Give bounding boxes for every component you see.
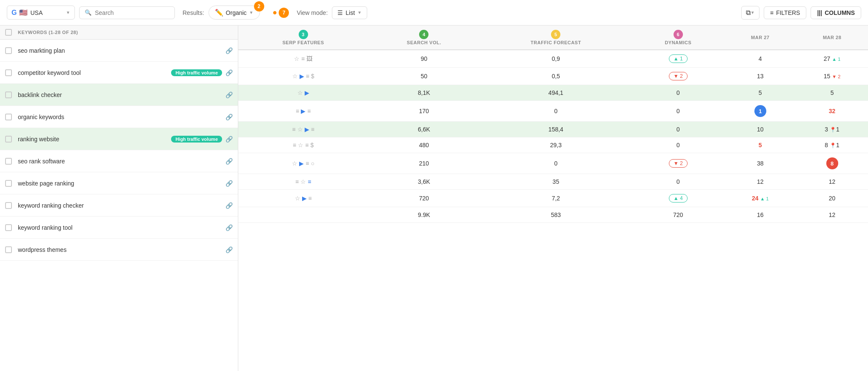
- traffic-tag: High traffic volume: [171, 69, 222, 76]
- keyword-row[interactable]: keyword ranking checker 🔗: [0, 194, 238, 217]
- main-container: KEYWORDS (1-28 OF 28) seo markting plan …: [0, 26, 868, 371]
- mar27-cell: 16: [724, 207, 796, 223]
- mar28-value: 27: [824, 55, 831, 62]
- link-icon[interactable]: 🔗: [226, 246, 233, 253]
- mar27-value: 12: [757, 178, 764, 185]
- copy-button[interactable]: ⧉ ▼: [741, 6, 760, 20]
- keyword-row[interactable]: website page ranking 🔗: [0, 172, 238, 194]
- list-icon: ≡: [292, 126, 295, 133]
- link-icon[interactable]: 🔗: [226, 136, 233, 143]
- filters-label: FILTERS: [776, 9, 800, 16]
- link-icon[interactable]: 🔗: [226, 69, 233, 76]
- row-checkbox[interactable]: [5, 69, 18, 76]
- search-box[interactable]: 🔍: [79, 6, 175, 19]
- row-checkbox[interactable]: [5, 246, 18, 253]
- data-table: 3 SERP FEATURES 4 SEARCH VOL. 5 TR: [238, 26, 868, 223]
- table-row: 9.9K 583 720 16 12: [238, 207, 868, 223]
- dynamics-value: 720: [673, 211, 683, 218]
- mar27-value: 13: [757, 73, 764, 80]
- search-vol-cell: 3,6K: [368, 174, 480, 190]
- link-icon[interactable]: 🔗: [226, 91, 233, 98]
- keyword-text: seo markting plan: [18, 47, 222, 54]
- serp-cell: ☆▶: [238, 85, 368, 101]
- keywords-header: KEYWORDS (1-28 OF 28): [0, 26, 238, 40]
- organic-button[interactable]: ✏️ Organic ▼: [208, 6, 260, 20]
- link-icon[interactable]: 🔗: [226, 47, 233, 54]
- row-checkbox[interactable]: [5, 47, 18, 54]
- dynamics-value: 0: [677, 178, 680, 185]
- serp-cell: ☆▶≡$: [238, 68, 368, 85]
- link-icon[interactable]: 🔗: [226, 202, 233, 209]
- keywords-header-label: KEYWORDS (1-28 OF 28): [18, 30, 78, 35]
- serp-cell: ≡▶≡: [238, 101, 368, 122]
- dynamics-up-badge: ▲ 4: [669, 194, 688, 203]
- keyword-row[interactable]: ranking website High traffic volume 🔗: [0, 128, 238, 150]
- checkbox[interactable]: [5, 246, 12, 253]
- mar28-change: ▼ 2: [832, 74, 840, 79]
- link-icon[interactable]: 🔗: [226, 114, 233, 120]
- th-dynamics: 6 DYNAMICS: [632, 26, 724, 50]
- link-icon[interactable]: 🔗: [226, 180, 233, 187]
- row-checkbox[interactable]: [5, 180, 18, 187]
- checkbox[interactable]: [5, 158, 12, 165]
- mar27-value: 5: [759, 142, 762, 148]
- mar28-value: 32: [829, 108, 836, 114]
- th-traffic-forecast: 5 TRAFFIC FORECAST: [480, 26, 632, 50]
- select-all-checkbox[interactable]: [5, 29, 18, 36]
- row-checkbox[interactable]: [5, 136, 18, 143]
- row-checkbox[interactable]: [5, 224, 18, 231]
- list-button[interactable]: ☰ List ▼: [332, 6, 367, 19]
- keyword-row[interactable]: seo rank software 🔗: [0, 150, 238, 172]
- checkbox[interactable]: [5, 47, 12, 54]
- traffic-forecast-cell: 0: [480, 101, 632, 122]
- mar28-cell: 12: [796, 207, 868, 223]
- copy-chevron-icon: ▼: [751, 10, 755, 15]
- mar27-cell: 5: [724, 137, 796, 153]
- traffic-forecast-cell: 583: [480, 207, 632, 223]
- table-row: ☆▶ 8,1K 494,1 0 5 5: [238, 85, 868, 101]
- th-mar27: MAR 27: [724, 26, 796, 50]
- row-checkbox[interactable]: [5, 91, 18, 98]
- table-row: ☆▶≡ 720 7,2 ▲ 4 24 ▲ 1 20: [238, 190, 868, 207]
- traffic-forecast-cell: 0,5: [480, 68, 632, 85]
- dot-icon: ●: [273, 8, 277, 17]
- star-icon: ☆: [297, 126, 303, 133]
- keyword-row[interactable]: seo markting plan 🔗: [0, 40, 238, 62]
- keyword-text: competitor keyword tool: [18, 69, 168, 76]
- keyword-row[interactable]: wordpress themes 🔗: [0, 239, 238, 261]
- image-icon: 🖼: [306, 55, 312, 62]
- mar27-value: 5: [759, 89, 762, 96]
- checkbox[interactable]: [5, 91, 12, 98]
- dynamics-cell: ▲ 1: [632, 50, 724, 68]
- organic-chevron-icon: ▼: [249, 10, 254, 15]
- keyword-row[interactable]: keyword ranking tool 🔗: [0, 217, 238, 239]
- traffic-forecast-cell: 158,4: [480, 122, 632, 137]
- search-input[interactable]: [95, 9, 169, 16]
- link-icon[interactable]: 🔗: [226, 224, 233, 231]
- pin-icon: 📍: [830, 143, 836, 148]
- keyword-row[interactable]: organic keywords 🔗: [0, 106, 238, 128]
- row-checkbox[interactable]: [5, 158, 18, 165]
- list-blue-icon: ≡: [308, 178, 311, 185]
- mar28-cell: 12: [796, 174, 868, 190]
- dynamics-up-badge: ▲ 1: [669, 54, 688, 63]
- filters-button[interactable]: ≡ FILTERS: [764, 6, 807, 19]
- columns-button[interactable]: ||| COLUMNS: [811, 6, 861, 19]
- table-row: ☆▶≡○ 210 0 ▼ 2 38 8: [238, 153, 868, 174]
- checkbox[interactable]: [5, 69, 12, 76]
- search-vol-cell: 6,6K: [368, 122, 480, 137]
- keyword-row[interactable]: backlink checker 🔗: [0, 84, 238, 106]
- checkbox[interactable]: [5, 224, 12, 231]
- country-selector[interactable]: G 🇺🇸 USA ▼: [7, 6, 75, 20]
- link-icon[interactable]: 🔗: [226, 158, 233, 165]
- mar28-value: 20: [829, 195, 836, 202]
- mar28-cell: 5: [796, 85, 868, 101]
- star-icon: ☆: [292, 160, 297, 167]
- row-checkbox[interactable]: [5, 114, 18, 120]
- checkbox[interactable]: [5, 180, 12, 187]
- checkbox[interactable]: [5, 202, 12, 209]
- checkbox[interactable]: [5, 136, 12, 143]
- row-checkbox[interactable]: [5, 202, 18, 209]
- keyword-row[interactable]: competitor keyword tool High traffic vol…: [0, 62, 238, 84]
- checkbox[interactable]: [5, 114, 12, 120]
